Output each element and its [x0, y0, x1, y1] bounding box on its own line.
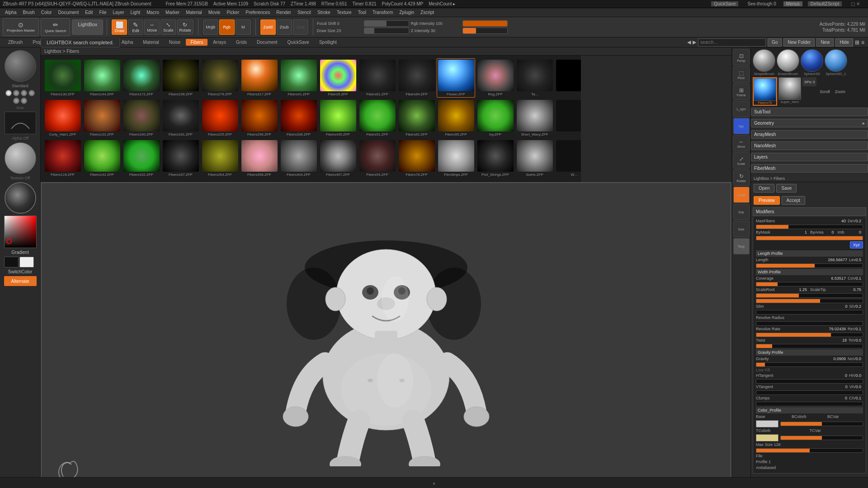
list-item[interactable]: Fibers317.ZFP: [240, 58, 278, 98]
zsub-btn[interactable]: Zsub: [277, 19, 292, 35]
list-item[interactable]: Fibers196.ZFP: [161, 58, 200, 98]
list-item[interactable]: Fibers404.ZFP: [279, 139, 318, 178]
menu-layer[interactable]: Layer: [110, 8, 127, 17]
vert-btn-layer[interactable]: L_sym: [733, 101, 750, 117]
quick-sketch-btn[interactable]: ✏ Quick Sketch: [41, 18, 70, 36]
color-profile-header[interactable]: Color_Profile: [756, 407, 863, 413]
list-item[interactable]: [555, 58, 581, 98]
draw-size-slider[interactable]: [364, 28, 409, 34]
bymask-slider[interactable]: [756, 236, 863, 240]
alpha-rect[interactable]: [5, 112, 36, 134]
htangent-slider[interactable]: [756, 379, 863, 384]
subtool-header[interactable]: SubTool: [751, 108, 868, 116]
menu-zscript[interactable]: Zscript: [417, 8, 437, 17]
vert-btn-frame[interactable]: ⊞ Frame: [733, 84, 750, 100]
sphere3d[interactable]: Sphere3D: [801, 49, 823, 76]
geometry-header[interactable]: Geometry ▸: [751, 119, 868, 127]
base-color-swatch[interactable]: [756, 420, 778, 427]
nav-arrow-left[interactable]: ◀: [687, 39, 691, 45]
brush-dot-2[interactable]: [13, 90, 19, 96]
list-item[interactable]: Fibers172.ZFP: [122, 58, 160, 98]
scale-btn[interactable]: ⤡ Scale: [160, 19, 176, 35]
list-item[interactable]: Ivy.ZFP: [476, 99, 514, 138]
mrgb-btn[interactable]: Mrgb: [203, 19, 218, 35]
list-item[interactable]: Fibers264.ZFP: [201, 139, 239, 178]
defaultzscript-btn[interactable]: DefaultZScript: [808, 1, 842, 6]
gravity-slider[interactable]: [756, 362, 863, 367]
tab-zbrush[interactable]: ZBrush: [4, 39, 27, 46]
list-item[interactable]: Ta...: [515, 58, 554, 98]
brush-dot-6[interactable]: [21, 98, 27, 104]
list-item[interactable]: Fibers358.ZFP: [240, 139, 278, 178]
list-item[interactable]: W...: [555, 139, 581, 178]
list-item[interactable]: Fibers187.ZFP: [161, 139, 200, 178]
clumps-slider[interactable]: [756, 402, 863, 406]
draw-btn[interactable]: ⬜ Draw: [112, 19, 127, 35]
menu-movie[interactable]: Movie: [205, 8, 224, 17]
list-item[interactable]: Curly_Hair1.ZFP: [43, 99, 82, 138]
menu-render[interactable]: Render: [273, 8, 294, 17]
list-item[interactable]: Fibers160.ZFP: [122, 99, 160, 138]
width-profile-header[interactable]: Width Profile: [756, 269, 863, 275]
list-item[interactable]: Fibers225.ZFP: [201, 99, 239, 138]
color-picker[interactable]: [4, 216, 37, 248]
list-item[interactable]: Short_Wavy.ZFP: [515, 99, 554, 138]
lightbox-btn[interactable]: LightBox: [72, 19, 103, 35]
spix-label[interactable]: SPix 3: [802, 77, 816, 86]
list-item[interactable]: Fibers130.ZFP: [43, 58, 82, 98]
list-item[interactable]: Fibers62.ZFP: [397, 99, 436, 138]
gradient-white[interactable]: [19, 257, 34, 267]
tcolor-slider[interactable]: [780, 436, 863, 440]
xyz-btn[interactable]: Xyz: [850, 241, 863, 249]
vert-btn-persp[interactable]: ⊡ Persp: [733, 49, 750, 66]
arraymesh-header[interactable]: ArrayMesh: [751, 130, 868, 139]
length-slider[interactable]: [756, 263, 863, 268]
menu-stroke[interactable]: Stroke: [314, 8, 334, 17]
length-profile-header[interactable]: Length Profile: [756, 250, 863, 257]
super-hero[interactable]: super_hero: [778, 77, 801, 106]
list-item[interactable]: Fibers61.ZFP: [358, 58, 396, 98]
tab-alpha[interactable]: Alpha: [117, 39, 138, 46]
hide-btn[interactable]: Hide: [835, 38, 853, 47]
menu-preferences[interactable]: Preferences: [242, 8, 273, 17]
revolve-radius-slider[interactable]: [756, 321, 863, 326]
tab-spotlight[interactable]: Spotlight: [315, 39, 341, 46]
menu-zplugin[interactable]: Zplugin: [396, 8, 417, 17]
list-item[interactable]: Fibers181.ZFP: [161, 99, 200, 138]
vert-btn-local[interactable]: Local: [733, 187, 750, 203]
gravity-profile-header[interactable]: Gravity Profile: [756, 349, 863, 356]
go-btn[interactable]: Go: [768, 38, 782, 47]
texture-sphere[interactable]: [5, 142, 36, 174]
alpha-sphere[interactable]: [5, 50, 36, 82]
list-item[interactable]: Fibers54.ZFP: [358, 139, 396, 178]
tab-fibers[interactable]: Fibers: [186, 39, 208, 46]
brush-dot-5[interactable]: [13, 98, 19, 104]
rotate-btn[interactable]: ↻ Rotate: [177, 19, 193, 35]
revolve-rate-slider[interactable]: [756, 333, 863, 337]
preview-btn[interactable]: Preview: [754, 196, 780, 205]
list-item[interactable]: Pod_Strings.ZFP: [476, 139, 514, 178]
vert-btn-rotate[interactable]: ↻ Rotate: [733, 169, 750, 186]
gradient-black[interactable]: [4, 257, 19, 267]
scaleroot-slider[interactable]: [756, 293, 863, 298]
tab-arrays[interactable]: Arrays: [208, 39, 231, 46]
menu-picker[interactable]: Picker: [223, 8, 242, 17]
menu-document[interactable]: Document: [55, 8, 82, 17]
tab-material[interactable]: Material: [138, 39, 164, 46]
menu-alpha[interactable]: Alpha: [2, 8, 20, 17]
viewport[interactable]: [41, 182, 731, 488]
list-item[interactable]: Fibers296.ZFP: [240, 99, 278, 138]
sphere3d-2[interactable]: Sphere3D_1: [825, 49, 847, 76]
menus-btn[interactable]: Menus: [783, 1, 802, 6]
alternate-btn[interactable]: Alternate: [4, 276, 37, 286]
list-item[interactable]: Fibers162.ZFP: [122, 139, 160, 178]
quicksave-label[interactable]: QuickSave: [711, 1, 738, 6]
window-controls[interactable]: ▢ ✕: [851, 1, 860, 6]
list-item[interactable]: Fibers132.ZFP: [83, 99, 121, 138]
tab-grids[interactable]: Grids: [231, 39, 251, 46]
menu-brush[interactable]: Brush: [20, 8, 38, 17]
edit-btn[interactable]: ✎ Edit: [128, 19, 143, 35]
vert-btn-xyz[interactable]: Xyz: [733, 118, 750, 134]
list-item[interactable]: Fibers435.ZFP: [319, 99, 357, 138]
rgb-intensity-slider[interactable]: [462, 20, 508, 27]
